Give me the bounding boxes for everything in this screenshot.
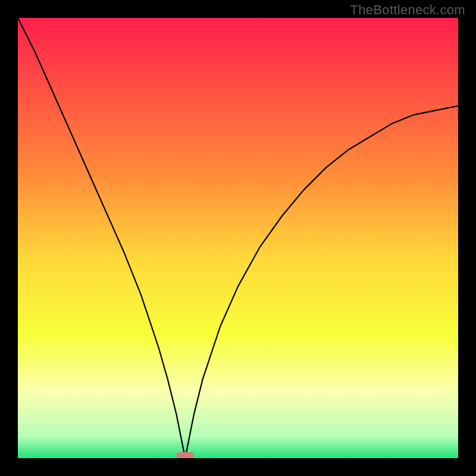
gradient-background	[18, 18, 458, 458]
chart-frame: TheBottleneck.com	[0, 0, 476, 476]
chart-svg	[18, 18, 458, 458]
watermark-text: TheBottleneck.com	[350, 2, 465, 18]
plot-area	[18, 18, 458, 458]
cusp-marker	[176, 452, 194, 458]
